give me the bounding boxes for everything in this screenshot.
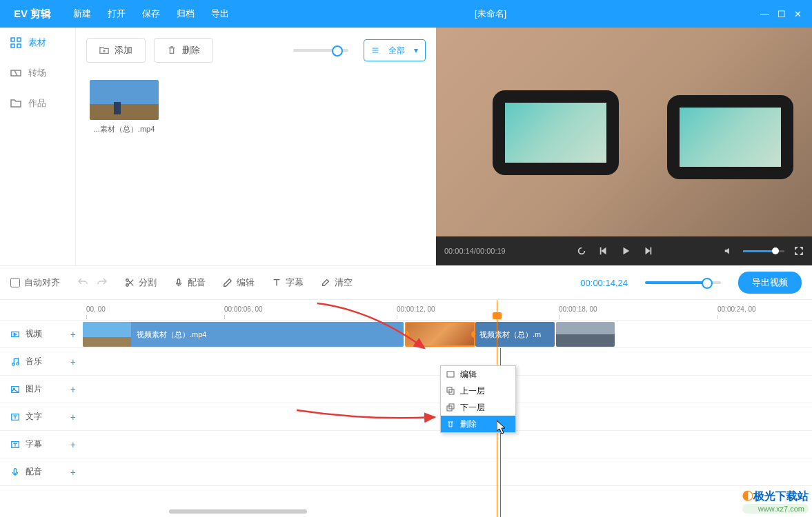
media-item[interactable]: ...素材（总）.mp4 (86, 80, 162, 134)
timecode-display: 00:00:14,24 (580, 278, 628, 288)
svg-rect-4 (17, 44, 21, 48)
split-button[interactable]: 分割 (125, 276, 157, 289)
thumbnail-size-slider[interactable] (293, 49, 348, 52)
track-row-subtitle[interactable] (83, 431, 812, 458)
add-track-icon[interactable]: + (70, 384, 76, 395)
undo-icon[interactable] (77, 276, 88, 290)
add-track-icon[interactable]: + (70, 412, 76, 423)
maximize-icon[interactable]: ☐ (778, 9, 786, 19)
sidebar-item-media[interactable]: 素材 (0, 28, 75, 58)
timeline: 视频+ 音乐+ 图片+ 文字+ 字幕+ 配音+ 00, 00 00:00:06,… (0, 300, 812, 517)
layer-up-icon (446, 387, 455, 395)
svg-point-11 (17, 362, 19, 365)
track-label-image[interactable]: 图片+ (0, 376, 83, 403)
filter-dropdown[interactable]: 全部 ▾ (364, 39, 426, 61)
track-label-video[interactable]: 视频+ (0, 321, 83, 348)
list-icon (371, 46, 379, 54)
mic-icon (10, 467, 20, 477)
track-row-video[interactable]: 视频素材（总）.mp4 视频素材（总）.m (83, 321, 812, 348)
media-toolbar: 添加 删除 全部 ▾ (86, 38, 426, 63)
svg-rect-16 (14, 468, 17, 473)
timeline-toolbar: 自动对齐 分割 配音 编辑 字幕 清空 00:00:14,24 导出视频 (0, 265, 812, 300)
app-logo: EV 剪辑 (0, 8, 65, 21)
svg-point-7 (126, 284, 129, 287)
volume-slider[interactable] (743, 250, 784, 252)
delete-button[interactable]: 删除 (154, 38, 213, 63)
clip[interactable]: 视频素材（总）.mp4 (83, 322, 404, 347)
preview-panel: 00:00:14/00:00:19 (436, 28, 812, 265)
add-button[interactable]: 添加 (86, 38, 146, 63)
ruler-mark: 00:00:24, 00 (717, 305, 756, 313)
preview-controls: 00:00:14/00:00:19 (436, 236, 812, 265)
ruler-mark: 00:00:18, 00 (559, 305, 597, 313)
brush-icon (321, 278, 330, 287)
ctx-edit[interactable]: 编辑 (441, 366, 515, 383)
prev-icon[interactable] (599, 246, 608, 256)
subtitle-button[interactable]: 字幕 (272, 276, 304, 289)
menu-archive[interactable]: 归档 (168, 8, 203, 20)
clip[interactable]: 视频素材（总）.m (475, 322, 555, 347)
auto-align-checkbox[interactable]: 自动对齐 (10, 276, 60, 289)
text-icon (10, 440, 20, 449)
minimize-icon[interactable]: — (760, 9, 769, 19)
media-filename: ...素材（总）.mp4 (86, 124, 162, 134)
time-ruler[interactable]: 00, 00 00:00:06, 00 00:00:12, 00 00:00:1… (83, 300, 812, 321)
ctx-layer-up[interactable]: 上一层 (441, 383, 515, 399)
cursor-icon (497, 420, 508, 434)
close-icon[interactable]: ✕ (794, 9, 802, 19)
track-label-subtitle[interactable]: 字幕+ (0, 431, 83, 458)
dub-button[interactable]: 配音 (174, 276, 206, 289)
redo-icon[interactable] (97, 276, 108, 290)
svg-rect-3 (11, 44, 14, 48)
music-icon (10, 357, 20, 367)
add-track-icon[interactable]: + (70, 467, 76, 478)
text-icon (10, 412, 20, 422)
chevron-down-icon: ▾ (414, 45, 418, 55)
title-bar: EV 剪辑 新建 打开 保存 归档 导出 [未命名] — ☐ ✕ (0, 0, 812, 28)
add-track-icon[interactable]: + (70, 356, 76, 367)
edit-icon (446, 370, 455, 378)
add-folder-icon (99, 45, 109, 55)
sidebar-item-projects[interactable]: 作品 (0, 88, 75, 119)
track-row-voiceover[interactable] (83, 458, 812, 486)
mic-icon (174, 278, 184, 287)
clip-selected[interactable] (405, 322, 475, 347)
menu-export[interactable]: 导出 (203, 8, 237, 20)
pencil-icon (223, 278, 232, 287)
image-icon (10, 385, 20, 394)
track-label-text[interactable]: 文字+ (0, 403, 83, 431)
ctx-layer-down[interactable]: 下一层 (441, 399, 515, 416)
clear-button[interactable]: 清空 (321, 276, 353, 289)
fullscreen-icon[interactable] (794, 246, 804, 256)
ruler-mark: 00, 00 (86, 305, 106, 313)
trash-icon (446, 420, 455, 428)
add-track-icon[interactable]: + (70, 439, 76, 450)
trash-icon (167, 45, 177, 55)
svg-rect-17 (447, 372, 454, 377)
zoom-slider[interactable] (645, 281, 721, 284)
sidebar-item-transition[interactable]: 转场 (0, 58, 75, 88)
scissors-icon (125, 278, 135, 287)
media-panel: 添加 删除 全部 ▾ ...素材（总）.mp4 (76, 28, 436, 265)
horizontal-scrollbar[interactable] (166, 509, 812, 515)
next-icon[interactable] (643, 246, 653, 256)
menu-open[interactable]: 打开 (99, 8, 134, 20)
sidebar-label: 作品 (28, 97, 46, 110)
add-track-icon[interactable]: + (70, 329, 76, 340)
export-button[interactable]: 导出视频 (738, 272, 802, 294)
volume-icon[interactable] (724, 246, 733, 256)
window-controls: — ☐ ✕ (744, 9, 812, 19)
track-label-voiceover[interactable]: 配音+ (0, 458, 83, 486)
svg-point-10 (12, 363, 15, 365)
preview-video[interactable] (436, 28, 812, 236)
menu-new[interactable]: 新建 (65, 8, 99, 20)
svg-rect-2 (17, 38, 21, 41)
svg-rect-1 (11, 38, 14, 41)
play-icon[interactable] (621, 246, 631, 256)
track-label-music[interactable]: 音乐+ (0, 348, 83, 376)
menu-save[interactable]: 保存 (134, 8, 168, 20)
clip[interactable] (556, 322, 615, 347)
video-icon (10, 330, 20, 339)
loop-icon[interactable] (577, 246, 586, 256)
edit-button[interactable]: 编辑 (223, 276, 255, 289)
